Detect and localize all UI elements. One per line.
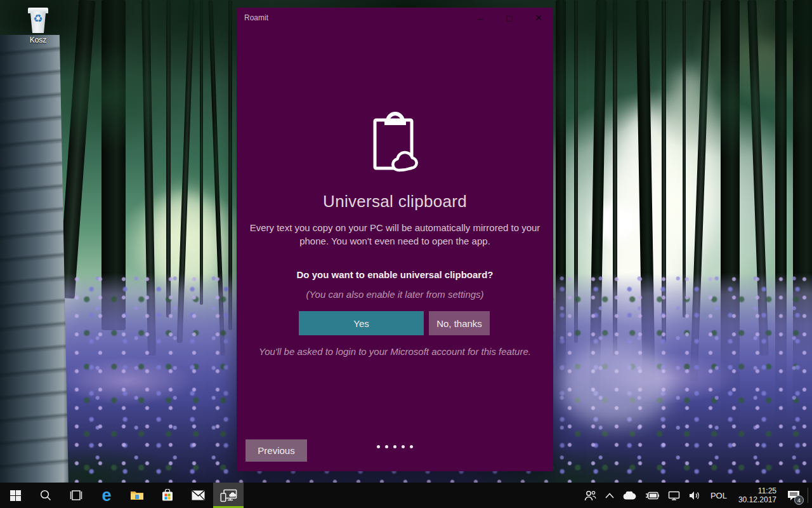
minimize-button[interactable]: – [466, 8, 495, 28]
pagination-dot[interactable] [377, 445, 380, 448]
volume-button[interactable] [684, 483, 705, 508]
taskbar-divider [808, 488, 808, 503]
enable-question: Do you want to enable universal clipboar… [237, 269, 553, 280]
pagination-dots[interactable] [237, 445, 553, 448]
recycle-bin-icon: ♻ [24, 5, 52, 34]
start-button[interactable] [0, 483, 30, 508]
clock-time: 11:25 [738, 486, 776, 495]
edge-button[interactable]: e [91, 483, 122, 508]
mail-icon [192, 490, 205, 500]
search-icon [40, 490, 51, 501]
pc-phone-cloud-icon [220, 489, 237, 502]
clipboard-cloud-icon [370, 112, 420, 174]
roamit-window: Roamit – □ × Universal clipboard Every t… [237, 8, 553, 471]
people-button[interactable] [580, 483, 601, 508]
desktop: ♻ Kosz Roamit – □ × Universal clipboard … [0, 0, 812, 508]
pagination-dot[interactable] [402, 445, 405, 448]
notification-badge: 4 [794, 495, 804, 505]
edge-icon: e [102, 487, 111, 504]
onedrive-cloud-icon [623, 491, 636, 500]
windows-logo-icon [10, 490, 21, 501]
account-note: You'll be asked to login to your Microso… [237, 346, 553, 357]
store-icon [161, 489, 174, 502]
pagination-dot[interactable] [393, 445, 396, 448]
file-explorer-button[interactable] [122, 483, 152, 508]
mail-button[interactable] [183, 483, 213, 508]
window-title: Roamit [244, 13, 268, 22]
people-icon [584, 490, 596, 501]
close-button[interactable]: × [524, 8, 553, 28]
chevron-up-icon [605, 493, 614, 498]
maximize-button[interactable]: □ [495, 8, 524, 28]
desktop-icon-recycle-bin[interactable]: ♻ Kosz [18, 5, 58, 44]
network-button[interactable] [664, 483, 684, 508]
settings-note: (You can also enable it later from setti… [237, 289, 553, 300]
action-center-button[interactable]: 4 [782, 483, 808, 508]
pagination-dot[interactable] [410, 445, 413, 448]
recycle-bin-label: Kosz [18, 36, 58, 44]
network-icon [668, 491, 680, 500]
task-view-button[interactable] [61, 483, 91, 508]
clock-date: 30.12.2017 [738, 495, 776, 504]
pagination-dot[interactable] [385, 445, 388, 448]
foreground-tree-trunk [0, 35, 69, 486]
no-thanks-button[interactable]: No, thanks [429, 311, 490, 335]
onedrive-button[interactable] [619, 483, 641, 508]
roamit-taskbar-button[interactable] [213, 483, 244, 508]
battery-button[interactable] [641, 483, 664, 508]
yes-button[interactable]: Yes [299, 311, 424, 335]
store-button[interactable] [152, 483, 183, 508]
clock[interactable]: 11:25 30.12.2017 [733, 486, 782, 504]
battery-charging-icon [645, 491, 659, 500]
search-button[interactable] [30, 483, 61, 508]
language-indicator[interactable]: POL [705, 491, 733, 500]
task-view-icon [70, 490, 82, 500]
volume-icon [689, 491, 700, 500]
page-description: Every text you copy on your PC will be a… [246, 221, 544, 248]
page-title: Universal clipboard [237, 192, 553, 211]
taskbar: e [0, 483, 812, 508]
previous-button[interactable]: Previous [246, 439, 307, 462]
show-hidden-icons-button[interactable] [601, 483, 619, 508]
light-mist [558, 343, 672, 425]
folder-icon [130, 490, 144, 501]
